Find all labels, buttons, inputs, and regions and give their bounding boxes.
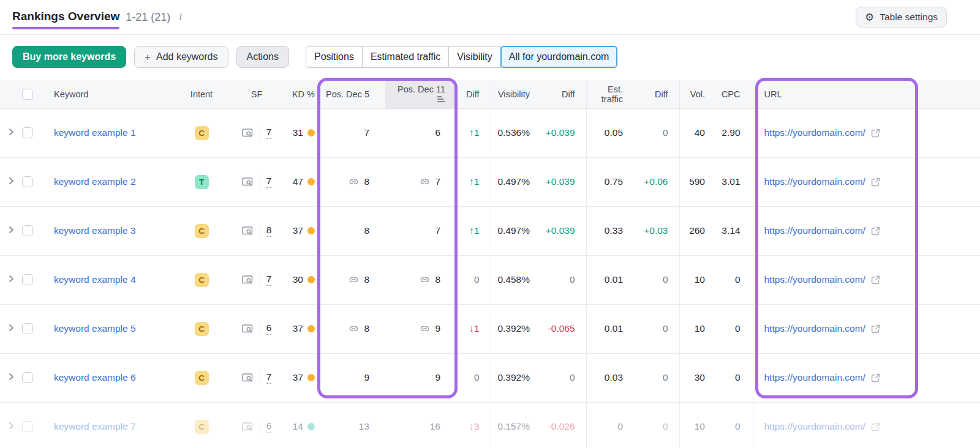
column-header-intent[interactable]: Intent — [174, 80, 229, 108]
keyword-link[interactable]: keyword example 3 — [54, 225, 136, 236]
row-checkbox[interactable] — [22, 421, 33, 432]
sf-count[interactable]: 7 — [266, 274, 272, 286]
external-link-icon[interactable] — [871, 373, 880, 383]
url-link[interactable]: https://yourdomain.com/ — [764, 372, 865, 383]
keyword-link[interactable]: keyword example 7 — [54, 421, 136, 431]
intent-badge[interactable]: C — [195, 322, 209, 336]
row-checkbox[interactable] — [22, 176, 33, 187]
pos-prev-cell: 9 — [321, 353, 385, 402]
column-header-cpc[interactable]: CPC — [717, 80, 753, 108]
url-link[interactable]: https://yourdomain.com/ — [764, 323, 865, 334]
sf-count[interactable]: 6 — [266, 420, 272, 433]
intent-badge[interactable]: C — [195, 224, 209, 238]
select-all-checkbox[interactable] — [22, 89, 33, 100]
external-link-icon[interactable] — [871, 129, 880, 138]
actions-button[interactable]: Actions — [236, 46, 289, 68]
info-icon[interactable]: i — [179, 11, 182, 23]
table-settings-button[interactable]: ⚙ Table settings — [856, 7, 947, 28]
expand-chevron-icon[interactable] — [9, 226, 14, 234]
expand-cell — [0, 255, 22, 304]
sf-count[interactable]: 8 — [266, 225, 272, 237]
intent-cell: C — [174, 206, 229, 255]
url-link[interactable]: https://yourdomain.com/ — [764, 274, 865, 285]
external-link-icon[interactable] — [871, 177, 880, 187]
column-header-kd[interactable]: KD % — [284, 80, 321, 108]
column-header-est-traffic[interactable]: Est. traffic — [586, 80, 635, 108]
sf-count[interactable]: 7 — [266, 176, 272, 188]
pos-prev-cell: 7 — [321, 108, 385, 157]
url-link[interactable]: https://yourdomain.com/ — [764, 421, 865, 432]
keyword-link[interactable]: keyword example 4 — [54, 274, 136, 285]
tab-all-for-yourdomain-com[interactable]: All for yourdomain.com — [500, 46, 618, 68]
filler-cell — [918, 304, 980, 353]
keyword-link[interactable]: keyword example 1 — [54, 127, 136, 138]
pos-dec-11-label: Pos. Dec 11 — [398, 84, 445, 94]
external-link-icon[interactable] — [871, 226, 880, 236]
intent-badge[interactable]: C — [195, 126, 209, 140]
column-header-sf[interactable]: SF — [229, 80, 284, 108]
tab-estimated-traffic[interactable]: Estimated traffic — [362, 46, 449, 68]
filler-cell — [918, 402, 980, 448]
url-cell: https://yourdomain.com/ — [753, 353, 918, 402]
column-header-volume[interactable]: Vol. — [679, 80, 717, 108]
external-link-icon[interactable] — [871, 324, 880, 334]
column-header-est-diff[interactable]: Diff — [635, 80, 679, 108]
keyword-link[interactable]: keyword example 5 — [54, 323, 136, 334]
link-icon — [420, 275, 430, 285]
column-header-pos-diff[interactable]: Diff — [456, 80, 491, 108]
keyword-link[interactable]: keyword example 6 — [54, 372, 136, 383]
filler-cell — [918, 206, 980, 255]
checkbox-cell — [22, 206, 45, 255]
volume-cell: 590 — [679, 157, 717, 206]
intent-cell: C — [174, 108, 229, 157]
column-header-visibility-diff[interactable]: Diff — [542, 80, 586, 108]
pos-prev-value: 8 — [364, 225, 369, 236]
column-header-url[interactable]: URL — [753, 80, 918, 108]
url-link[interactable]: https://yourdomain.com/ — [764, 176, 865, 187]
expand-chevron-icon[interactable] — [9, 324, 14, 332]
buy-more-keywords-button[interactable]: Buy more keywords — [12, 46, 126, 68]
keyword-link[interactable]: keyword example 2 — [54, 176, 136, 187]
pos-cur-value: 9 — [435, 372, 440, 383]
kd-value: 31 — [293, 127, 303, 138]
intent-cell: T — [174, 157, 229, 206]
row-checkbox[interactable] — [22, 274, 33, 285]
tab-visibility[interactable]: Visibility — [448, 46, 501, 68]
row-checkbox[interactable] — [22, 127, 33, 138]
intent-badge[interactable]: C — [195, 420, 209, 434]
column-header-visibility[interactable]: Visibility — [491, 80, 542, 108]
est-diff-cell: 0 — [635, 353, 679, 402]
intent-badge[interactable]: C — [195, 273, 209, 287]
est-traffic-cell: 0.75 — [586, 157, 635, 206]
pos-diff-cell: ↑1 — [456, 157, 491, 206]
column-header-pos-dec-11[interactable]: Pos. Dec 11 — [385, 80, 456, 108]
intent-badge[interactable]: T — [195, 175, 209, 189]
expand-chevron-icon[interactable] — [9, 373, 14, 381]
intent-badge[interactable]: C — [195, 371, 209, 385]
expand-chevron-icon[interactable] — [9, 275, 14, 283]
column-header-keyword[interactable]: Keyword — [45, 80, 174, 108]
external-link-icon[interactable] — [871, 275, 880, 285]
row-checkbox[interactable] — [22, 372, 33, 383]
cpc-cell: 0 — [717, 353, 753, 402]
url-link[interactable]: https://yourdomain.com/ — [764, 225, 865, 236]
sf-count[interactable]: 6 — [266, 323, 272, 335]
add-keywords-button[interactable]: + Add keywords — [134, 46, 228, 68]
link-icon — [420, 177, 430, 187]
pos-prev-cell: 8 — [321, 255, 385, 304]
sf-count[interactable]: 7 — [266, 371, 272, 384]
tab-positions[interactable]: Positions — [306, 46, 363, 68]
expand-chevron-icon[interactable] — [9, 177, 14, 185]
expand-chevron-icon[interactable] — [9, 422, 14, 430]
row-checkbox[interactable] — [22, 323, 33, 334]
external-link-icon[interactable] — [871, 422, 880, 431]
filler-cell — [918, 108, 980, 157]
row-checkbox[interactable] — [22, 225, 33, 236]
pos-prev-cell: 8 — [321, 157, 385, 206]
pos-prev-value: 13 — [359, 421, 369, 432]
url-cell: https://yourdomain.com/ — [753, 206, 918, 255]
sf-count[interactable]: 7 — [266, 127, 272, 139]
url-link[interactable]: https://yourdomain.com/ — [764, 127, 865, 138]
expand-chevron-icon[interactable] — [9, 128, 14, 136]
column-header-pos-dec-5[interactable]: Pos. Dec 5 — [321, 80, 385, 108]
